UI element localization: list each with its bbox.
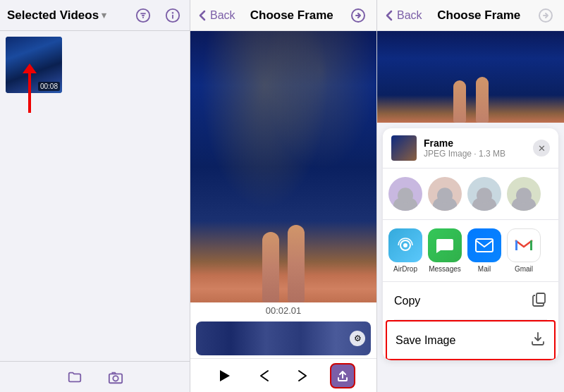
folder-icon-button[interactable] <box>65 367 85 387</box>
gmail-label: Gmail <box>515 265 533 273</box>
info-icon-button[interactable] <box>163 6 183 25</box>
prev-frame-button[interactable] <box>251 363 276 388</box>
share-preview-image <box>377 31 564 123</box>
filmstrip-settings-icon[interactable]: ⚙ <box>350 331 365 346</box>
timestamp-value: 00:02.01 <box>266 305 302 316</box>
right-back-label: Back <box>397 9 422 22</box>
left-panel: Selected Videos ▾ <box>0 0 190 392</box>
video-duration: 00:08 <box>38 82 60 91</box>
right-panel-header: Back Choose Frame <box>377 0 564 31</box>
share-file-info: Frame JPEG Image · 1.3 MB ✕ <box>383 128 558 169</box>
apps-row: AirDrop Messages Mail <box>383 220 558 282</box>
airdrop-app[interactable]: AirDrop <box>388 228 422 273</box>
middle-panel-header: Back Choose Frame <box>190 0 376 31</box>
airdrop-label: AirDrop <box>393 265 417 273</box>
left-bottom-bar <box>0 361 190 392</box>
svg-rect-15 <box>515 240 517 250</box>
messages-label: Messages <box>429 265 461 273</box>
file-details: Frame JPEG Image · 1.3 MB <box>424 137 526 159</box>
contacts-row <box>383 169 558 220</box>
filter-icon-button[interactable] <box>133 6 153 25</box>
mail-label: Mail <box>478 265 491 273</box>
file-thumbnail <box>391 135 417 161</box>
contact-avatar-1[interactable] <box>388 177 422 211</box>
copy-label: Copy <box>394 295 420 307</box>
action-row: Copy Save Image <box>383 282 558 360</box>
gmail-icon <box>507 228 541 262</box>
camera-icon-button[interactable] <box>106 367 125 387</box>
file-name: Frame <box>424 137 526 149</box>
svg-point-13 <box>403 243 407 247</box>
share-button[interactable] <box>330 363 355 388</box>
messages-icon <box>428 228 462 262</box>
arrow-annotation <box>28 71 31 113</box>
left-header: Selected Videos ▾ <box>0 0 190 31</box>
middle-panel-title: Choose Frame <box>250 8 333 23</box>
svg-point-8 <box>113 376 118 381</box>
contact-avatar-2[interactable] <box>428 177 462 211</box>
right-forward-icon[interactable] <box>536 6 556 25</box>
play-button[interactable] <box>212 363 237 388</box>
arrow-up-icon <box>28 71 31 113</box>
right-panel-title: Choose Frame <box>437 8 520 23</box>
copy-action[interactable]: Copy <box>386 282 556 319</box>
copy-icon <box>532 291 547 310</box>
right-panel: Back Choose Frame Frame JPEG Image · 1.3… <box>377 0 564 392</box>
mail-icon <box>467 228 501 262</box>
chevron-down-icon[interactable]: ▾ <box>102 10 106 20</box>
save-image-icon <box>530 331 546 350</box>
middle-panel: Back Choose Frame 00:02.01 ⚙ <box>190 0 377 392</box>
svg-point-6 <box>173 12 173 13</box>
back-label: Back <box>210 9 235 22</box>
messages-app[interactable]: Messages <box>428 228 462 273</box>
mail-app[interactable]: Mail <box>467 228 501 273</box>
share-sheet: Frame JPEG Image · 1.3 MB ✕ <box>383 128 558 360</box>
contact-avatar-3[interactable] <box>467 177 501 211</box>
svg-marker-10 <box>220 370 230 381</box>
video-preview-area <box>190 31 376 302</box>
timestamp-display: 00:02.01 <box>190 302 376 319</box>
close-share-button[interactable]: ✕ <box>533 140 550 157</box>
forward-icon-button[interactable] <box>348 6 368 25</box>
back-button[interactable]: Back <box>199 9 235 22</box>
svg-rect-14 <box>476 239 493 252</box>
next-frame-button[interactable] <box>290 363 316 388</box>
title-text: Selected Videos <box>7 8 99 23</box>
header-icons <box>133 6 183 25</box>
svg-rect-16 <box>530 240 532 250</box>
gmail-app[interactable]: Gmail <box>507 228 541 273</box>
save-image-action[interactable]: Save Image <box>386 320 556 360</box>
airdrop-icon <box>388 228 422 262</box>
filmstrip-bar[interactable]: ⚙ <box>196 321 371 355</box>
save-image-label: Save Image <box>396 334 455 347</box>
contact-avatar-4[interactable] <box>507 177 541 211</box>
right-back-button[interactable]: Back <box>386 9 422 22</box>
playback-controls <box>190 358 376 392</box>
left-panel-title: Selected Videos ▾ <box>7 8 133 23</box>
file-size: JPEG Image · 1.3 MB <box>424 149 526 159</box>
svg-rect-17 <box>537 293 545 303</box>
